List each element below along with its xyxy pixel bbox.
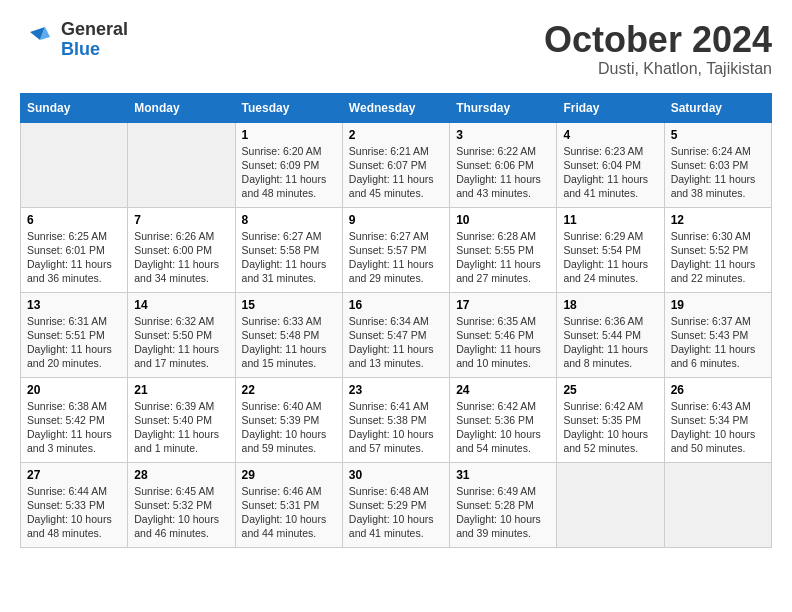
calendar-cell: 12Sunrise: 6:30 AMSunset: 5:52 PMDayligh… [664,207,771,292]
day-number: 17 [456,298,550,312]
day-content: Sunrise: 6:42 AMSunset: 5:35 PMDaylight:… [563,399,657,456]
calendar-week-4: 20Sunrise: 6:38 AMSunset: 5:42 PMDayligh… [21,377,772,462]
day-number: 30 [349,468,443,482]
calendar-cell: 8Sunrise: 6:27 AMSunset: 5:58 PMDaylight… [235,207,342,292]
logo-general: General [61,20,128,40]
day-number: 16 [349,298,443,312]
day-content: Sunrise: 6:39 AMSunset: 5:40 PMDaylight:… [134,399,228,456]
day-header-tuesday: Tuesday [235,93,342,122]
day-number: 1 [242,128,336,142]
day-number: 15 [242,298,336,312]
location: Dusti, Khatlon, Tajikistan [544,60,772,78]
logo-wrapper: General Blue [20,20,128,60]
day-header-sunday: Sunday [21,93,128,122]
day-number: 26 [671,383,765,397]
day-content: Sunrise: 6:25 AMSunset: 6:01 PMDaylight:… [27,229,121,286]
day-content: Sunrise: 6:41 AMSunset: 5:38 PMDaylight:… [349,399,443,456]
day-number: 21 [134,383,228,397]
day-header-saturday: Saturday [664,93,771,122]
day-number: 6 [27,213,121,227]
day-header-wednesday: Wednesday [342,93,449,122]
day-number: 31 [456,468,550,482]
day-number: 24 [456,383,550,397]
calendar-cell: 10Sunrise: 6:28 AMSunset: 5:55 PMDayligh… [450,207,557,292]
day-content: Sunrise: 6:20 AMSunset: 6:09 PMDaylight:… [242,144,336,201]
calendar-cell: 11Sunrise: 6:29 AMSunset: 5:54 PMDayligh… [557,207,664,292]
calendar-week-1: 1Sunrise: 6:20 AMSunset: 6:09 PMDaylight… [21,122,772,207]
day-number: 9 [349,213,443,227]
day-number: 28 [134,468,228,482]
calendar-cell: 4Sunrise: 6:23 AMSunset: 6:04 PMDaylight… [557,122,664,207]
calendar-cell: 20Sunrise: 6:38 AMSunset: 5:42 PMDayligh… [21,377,128,462]
calendar-header-row: SundayMondayTuesdayWednesdayThursdayFrid… [21,93,772,122]
day-content: Sunrise: 6:48 AMSunset: 5:29 PMDaylight:… [349,484,443,541]
month-title: October 2024 [544,20,772,60]
calendar-week-3: 13Sunrise: 6:31 AMSunset: 5:51 PMDayligh… [21,292,772,377]
day-content: Sunrise: 6:37 AMSunset: 5:43 PMDaylight:… [671,314,765,371]
calendar-cell: 31Sunrise: 6:49 AMSunset: 5:28 PMDayligh… [450,462,557,547]
day-number: 3 [456,128,550,142]
day-content: Sunrise: 6:27 AMSunset: 5:58 PMDaylight:… [242,229,336,286]
day-number: 10 [456,213,550,227]
day-content: Sunrise: 6:32 AMSunset: 5:50 PMDaylight:… [134,314,228,371]
calendar-cell [128,122,235,207]
calendar-cell: 2Sunrise: 6:21 AMSunset: 6:07 PMDaylight… [342,122,449,207]
calendar-cell: 9Sunrise: 6:27 AMSunset: 5:57 PMDaylight… [342,207,449,292]
day-number: 18 [563,298,657,312]
day-number: 11 [563,213,657,227]
day-content: Sunrise: 6:31 AMSunset: 5:51 PMDaylight:… [27,314,121,371]
calendar-cell: 14Sunrise: 6:32 AMSunset: 5:50 PMDayligh… [128,292,235,377]
day-content: Sunrise: 6:27 AMSunset: 5:57 PMDaylight:… [349,229,443,286]
day-content: Sunrise: 6:49 AMSunset: 5:28 PMDaylight:… [456,484,550,541]
calendar-cell: 21Sunrise: 6:39 AMSunset: 5:40 PMDayligh… [128,377,235,462]
day-content: Sunrise: 6:43 AMSunset: 5:34 PMDaylight:… [671,399,765,456]
calendar-cell: 18Sunrise: 6:36 AMSunset: 5:44 PMDayligh… [557,292,664,377]
calendar-cell: 22Sunrise: 6:40 AMSunset: 5:39 PMDayligh… [235,377,342,462]
day-number: 27 [27,468,121,482]
calendar-cell [21,122,128,207]
day-content: Sunrise: 6:35 AMSunset: 5:46 PMDaylight:… [456,314,550,371]
calendar-cell: 28Sunrise: 6:45 AMSunset: 5:32 PMDayligh… [128,462,235,547]
calendar-cell [557,462,664,547]
day-number: 2 [349,128,443,142]
day-content: Sunrise: 6:45 AMSunset: 5:32 PMDaylight:… [134,484,228,541]
day-header-monday: Monday [128,93,235,122]
day-content: Sunrise: 6:29 AMSunset: 5:54 PMDaylight:… [563,229,657,286]
day-content: Sunrise: 6:36 AMSunset: 5:44 PMDaylight:… [563,314,657,371]
logo-bird-icon [20,22,55,57]
page-header: General Blue October 2024 Dusti, Khatlon… [20,20,772,78]
day-number: 19 [671,298,765,312]
calendar-cell: 5Sunrise: 6:24 AMSunset: 6:03 PMDaylight… [664,122,771,207]
calendar-cell: 26Sunrise: 6:43 AMSunset: 5:34 PMDayligh… [664,377,771,462]
calendar-cell: 17Sunrise: 6:35 AMSunset: 5:46 PMDayligh… [450,292,557,377]
day-content: Sunrise: 6:33 AMSunset: 5:48 PMDaylight:… [242,314,336,371]
day-number: 12 [671,213,765,227]
title-block: October 2024 Dusti, Khatlon, Tajikistan [544,20,772,78]
calendar-cell: 16Sunrise: 6:34 AMSunset: 5:47 PMDayligh… [342,292,449,377]
calendar-cell: 13Sunrise: 6:31 AMSunset: 5:51 PMDayligh… [21,292,128,377]
day-number: 22 [242,383,336,397]
calendar-cell: 23Sunrise: 6:41 AMSunset: 5:38 PMDayligh… [342,377,449,462]
calendar-cell: 29Sunrise: 6:46 AMSunset: 5:31 PMDayligh… [235,462,342,547]
day-number: 8 [242,213,336,227]
calendar-week-2: 6Sunrise: 6:25 AMSunset: 6:01 PMDaylight… [21,207,772,292]
day-content: Sunrise: 6:44 AMSunset: 5:33 PMDaylight:… [27,484,121,541]
calendar-cell: 6Sunrise: 6:25 AMSunset: 6:01 PMDaylight… [21,207,128,292]
day-number: 14 [134,298,228,312]
day-content: Sunrise: 6:40 AMSunset: 5:39 PMDaylight:… [242,399,336,456]
day-content: Sunrise: 6:22 AMSunset: 6:06 PMDaylight:… [456,144,550,201]
calendar-cell: 15Sunrise: 6:33 AMSunset: 5:48 PMDayligh… [235,292,342,377]
day-content: Sunrise: 6:38 AMSunset: 5:42 PMDaylight:… [27,399,121,456]
day-header-friday: Friday [557,93,664,122]
calendar-table: SundayMondayTuesdayWednesdayThursdayFrid… [20,93,772,548]
calendar-week-5: 27Sunrise: 6:44 AMSunset: 5:33 PMDayligh… [21,462,772,547]
day-content: Sunrise: 6:28 AMSunset: 5:55 PMDaylight:… [456,229,550,286]
day-number: 4 [563,128,657,142]
day-content: Sunrise: 6:46 AMSunset: 5:31 PMDaylight:… [242,484,336,541]
day-header-thursday: Thursday [450,93,557,122]
calendar-cell: 19Sunrise: 6:37 AMSunset: 5:43 PMDayligh… [664,292,771,377]
day-content: Sunrise: 6:26 AMSunset: 6:00 PMDaylight:… [134,229,228,286]
calendar-cell: 24Sunrise: 6:42 AMSunset: 5:36 PMDayligh… [450,377,557,462]
calendar-cell: 3Sunrise: 6:22 AMSunset: 6:06 PMDaylight… [450,122,557,207]
calendar-cell: 30Sunrise: 6:48 AMSunset: 5:29 PMDayligh… [342,462,449,547]
